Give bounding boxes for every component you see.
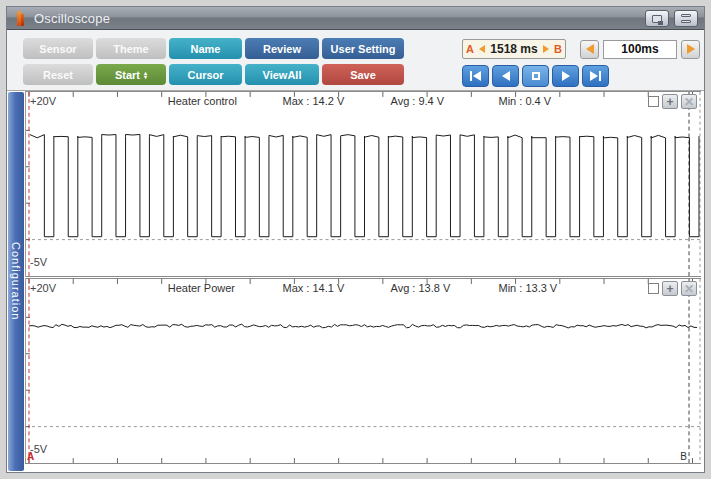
chart-panel-heater-power: +20V Heater Power Max : 14.1 V Avg : 13.… (25, 278, 701, 464)
cursor-b-label: B (554, 43, 562, 55)
skip-start-icon (470, 71, 472, 81)
y-axis-bottom-label: -5V (30, 256, 47, 268)
step-back-icon (502, 71, 510, 81)
viewall-button[interactable]: ViewAll (245, 64, 319, 85)
play-button[interactable] (552, 65, 579, 87)
button-label: Sensor (39, 43, 76, 55)
skip-end-button[interactable] (582, 65, 609, 87)
button-label: User Setting (331, 43, 396, 55)
y-axis-top-label: +20V (30, 95, 56, 107)
add-channel-button[interactable]: + (662, 281, 678, 296)
theme-button[interactable]: Theme (96, 38, 166, 59)
stat-max: Max : 14.1 V (283, 282, 345, 294)
screen-button[interactable] (645, 10, 669, 27)
scope-canvas[interactable] (26, 279, 701, 463)
save-button[interactable]: Save (322, 64, 404, 85)
chart-stack: +20V Heater control Max : 14.2 V Avg : 9… (25, 91, 701, 472)
bottom-strip (25, 464, 701, 468)
titlebar: Oscilloscope (7, 7, 704, 30)
button-label: Name (191, 43, 221, 55)
stop-button[interactable] (522, 65, 549, 87)
sidebar-tab-configuration[interactable]: Configuration (8, 92, 24, 471)
button-label: Cursor (187, 69, 223, 81)
stat-avg: Avg : 13.8 V (391, 282, 451, 294)
sidebar-label: Configuration (10, 242, 22, 320)
time-controls: A 1518 ms B 100ms (462, 39, 690, 87)
step-back-button[interactable] (492, 65, 519, 87)
add-channel-button[interactable]: + (662, 94, 678, 109)
stat-min: Min : 0.4 V (499, 95, 552, 107)
stat-min: Min : 13.3 V (499, 282, 558, 294)
button-label: Start (115, 69, 140, 81)
ab-time-range: A 1518 ms B (462, 39, 566, 59)
ab-time-value: 1518 ms (490, 42, 537, 56)
layout-button[interactable] (674, 10, 698, 27)
left-arrow-icon (586, 44, 594, 54)
close-channel-button[interactable]: ✕ (681, 281, 697, 296)
signal-title: Heater Power (168, 282, 235, 294)
button-label: Save (350, 69, 376, 81)
cursor-button[interactable]: Cursor (169, 64, 242, 85)
name-button[interactable]: Name (169, 38, 242, 59)
screen-icon (652, 15, 662, 23)
cursor-a-marker[interactable]: A (27, 451, 34, 462)
timebase-value: 100ms (603, 40, 677, 59)
app-frame: Oscilloscope Sensor Theme Name Review Us… (6, 6, 705, 473)
button-label: Review (263, 43, 301, 55)
chart-header: +20V Heater control Max : 14.2 V Avg : 9… (26, 93, 701, 110)
cursor-a-label: A (466, 43, 474, 55)
jump-to-b-icon[interactable] (543, 45, 549, 53)
play-icon (562, 71, 570, 81)
oscilloscope-window: Oscilloscope Sensor Theme Name Review Us… (0, 0, 711, 479)
close-channel-button[interactable]: ✕ (681, 94, 697, 109)
playback-controls (462, 65, 690, 87)
toolbar: Sensor Theme Name Review User Setting Re… (7, 30, 704, 91)
scope-canvas[interactable] (26, 92, 701, 276)
layout-icon (681, 14, 691, 23)
signal-title: Heater control (168, 95, 237, 107)
chart-header: +20V Heater Power Max : 14.1 V Avg : 13.… (26, 280, 701, 297)
window-title: Oscilloscope (34, 11, 110, 26)
sensor-button[interactable]: Sensor (23, 38, 93, 59)
button-label: ViewAll (263, 69, 302, 81)
jump-to-a-icon[interactable] (479, 45, 485, 53)
review-button[interactable]: Review (245, 38, 319, 59)
stop-icon (532, 72, 540, 80)
skip-end-icon (590, 71, 598, 81)
reset-button[interactable]: Reset (23, 64, 93, 85)
cursor-b-marker[interactable]: B (680, 451, 687, 462)
oscilloscope-app-icon (17, 11, 26, 26)
toolbar-button-grid: Sensor Theme Name Review User Setting Re… (23, 38, 404, 85)
skip-start-button[interactable] (462, 65, 489, 87)
y-axis-top-label: +20V (30, 282, 56, 294)
timebase-increase-button[interactable] (681, 40, 700, 59)
button-label: Theme (113, 43, 148, 55)
start-spinner-icon: ▴▾ (144, 71, 147, 79)
button-label: Reset (43, 69, 73, 81)
user-setting-button[interactable]: User Setting (322, 38, 404, 59)
timebase-stepper: 100ms (580, 40, 700, 59)
stat-avg: Avg : 9.4 V (391, 95, 445, 107)
channel-checkbox[interactable] (648, 96, 659, 107)
timebase-decrease-button[interactable] (580, 40, 599, 59)
chart-panel-heater-control: +20V Heater control Max : 14.2 V Avg : 9… (25, 91, 701, 277)
main-area: Configuration +20V Heater control Max : … (7, 91, 704, 472)
stat-max: Max : 14.2 V (283, 95, 345, 107)
start-button[interactable]: Start▴▾ (96, 64, 166, 85)
channel-checkbox[interactable] (648, 283, 659, 294)
right-arrow-icon (687, 44, 695, 54)
